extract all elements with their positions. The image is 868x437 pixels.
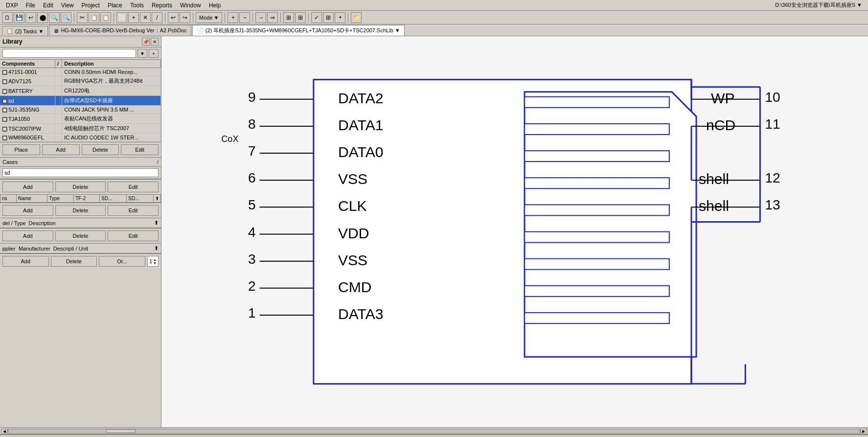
col-component: Components [0,60,55,68]
back-button[interactable]: ↩ [25,12,36,23]
menu-view[interactable]: View [57,1,78,10]
comp-slash [55,68,62,76]
cases-section-header: Cases / [0,157,161,167]
rect-button[interactable]: ⬜ [116,12,127,23]
mode-dropdown[interactable]: Mode ▼ [196,12,222,23]
edit-del-button[interactable]: Edit [108,230,159,241]
mode-label: Mode [199,15,213,21]
redo-button[interactable]: ↪ [180,12,190,23]
cross-button[interactable]: ✕ [140,12,151,23]
search-add-btn[interactable]: + [149,49,159,58]
library-pin-btn[interactable]: 📌 [142,38,150,46]
table-row[interactable]: 🔲WM8960GEFLIC AUDIO CODEC 1W STER... [0,134,161,142]
models-scroll[interactable]: ns Name Type TF-2 SD... SD... ⬆ [0,194,161,203]
grid2-button[interactable]: ⊞ [295,12,306,23]
component-scroll[interactable]: Components / Description 🔲47151-0001CONN… [0,60,161,142]
tab-tasks-icon: 📋 [6,28,13,34]
menu-help[interactable]: Help [205,1,225,10]
add-supplier-button[interactable]: Add [2,256,49,267]
delete-model-button[interactable]: Delete [55,205,106,216]
supplier-unit: Unit [79,246,89,252]
slash-button[interactable]: / [152,12,162,23]
cases-edit[interactable]: / [157,160,159,165]
spin-up[interactable]: ▲ [153,258,157,261]
zoom-in-button[interactable]: 🔍 [49,12,60,23]
delete-del-button[interactable]: Delete [55,230,106,241]
menu-tools[interactable]: Tools [126,1,148,10]
table-row[interactable]: 🔲BATTERYCR1220电 [0,86,161,96]
dot-button[interactable]: • [335,12,345,23]
spin-down[interactable]: ▼ [153,261,157,265]
delete-comp-button[interactable]: Delete [82,144,119,155]
add-comp-button[interactable]: Add [42,144,80,155]
hscroll-thumb[interactable] [106,429,136,433]
layer-button[interactable]: ⬤ [37,12,48,23]
svg-text:8: 8 [248,116,256,132]
or-supplier-button[interactable]: Or... [99,256,145,267]
menu-place[interactable]: Place [104,1,126,10]
menu-window[interactable]: Window [176,1,205,10]
canvas-area[interactable]: 9 8 7 6 5 4 3 2 1 [161,36,868,427]
edit-comp-button[interactable]: Edit [121,144,159,155]
comp-description: 4线电阻触控芯片 TSC2007 [62,124,161,134]
zoom-out-button[interactable]: 🔍 [61,12,71,23]
menu-edit[interactable]: Edit [39,1,57,10]
comp-icon: 🔲 [2,108,7,113]
spin-container: 1 ▲ ▼ [147,256,159,267]
comp-slash [55,106,62,114]
new-button[interactable]: 🗋 [2,12,13,23]
table-row[interactable]: 🔲TJA1050表贴CAN总线收发器 [0,114,161,124]
hscroll-left-btn[interactable]: ◀ [1,429,8,434]
folder-button[interactable]: 📁 [351,12,362,23]
delete-case-button[interactable]: Delete [55,182,106,192]
place-button[interactable]: Place [2,144,40,155]
library-close-btn[interactable]: ✕ [151,38,159,46]
models-col-type: Type [47,195,74,203]
table-row[interactable]: 🔲ADV7125RGB转VGA芯片，最高支持24Bit [0,76,161,86]
menu-project[interactable]: Project [78,1,104,10]
delete-supplier-button[interactable]: Delete [51,256,97,267]
search-dropdown-btn[interactable]: ▼ [137,49,147,58]
save-button[interactable]: 💾 [14,12,24,23]
col-slash: / [55,60,62,68]
grid-button[interactable]: ⊞ [283,12,294,23]
cut-button[interactable]: ✂ [77,12,88,23]
paste-button[interactable]: 📋 [100,12,111,23]
svg-text:WP: WP [711,90,734,106]
comp-slash [55,96,62,106]
table-row[interactable]: 🔲47151-0001CONN 0.50mm HDMI Recep... [0,68,161,76]
table-row[interactable]: 🔲TSC2007IPW4线电阻触控芯片 TSC2007 [0,124,161,134]
search-input[interactable] [2,49,136,58]
menu-reports[interactable]: Reports [148,1,176,10]
hscroll[interactable]: ◀ ▶ [0,427,868,434]
tab-schlib[interactable]: 📄 (2) 耳机插座SJ1-3535NG+WM8960CGEFL+TJA1050… [192,25,405,36]
check-button[interactable]: ✓ [311,12,322,23]
plus-button[interactable]: + [128,12,139,23]
table-row[interactable]: 🔲sd自弹式A型SD卡插座 [0,96,161,106]
menu-file[interactable]: File [22,1,39,10]
arrow-right-button[interactable]: → [255,12,266,23]
hscroll-right-btn[interactable]: ▶ [860,429,867,434]
undo-button[interactable]: ↩ [168,12,179,23]
arrow-right2-button[interactable]: ⇒ [267,12,278,23]
minus-button[interactable]: − [239,12,250,23]
comp-description: IC AUDIO CODEC 1W STER... [62,134,161,142]
models-table: ns Name Type TF-2 SD... SD... ⬆ [0,194,161,203]
tab-pcb[interactable]: 🖥 HG-IMX6-CORE-BRD-VerB-Debug Ver：A2.Pcb… [49,25,191,36]
copy-button[interactable]: 📋 [89,12,99,23]
edit-model-button[interactable]: Edit [108,205,159,216]
hscroll-track[interactable] [8,429,860,434]
add-del-button[interactable]: Add [2,230,53,241]
grid3-button[interactable]: ⊞ [323,12,334,23]
svg-text:12: 12 [765,170,780,185]
add-model-button[interactable]: Add [2,205,53,216]
cases-search-input[interactable] [2,168,159,177]
toolbar-sep-8 [308,13,309,23]
edit-case-button[interactable]: Edit [108,182,159,192]
table-row[interactable]: 🔲SJ1-3535NGCONN JACK 5PIN 3.5 MM ... [0,106,161,114]
plus2-button[interactable]: + [228,12,238,23]
menu-dxp[interactable]: DXP [2,1,22,10]
add-case-button[interactable]: Add [2,182,53,192]
tab-tasks[interactable]: 📋 (2) Tasks ▼ [2,26,48,36]
svg-rect-22 [525,124,669,135]
